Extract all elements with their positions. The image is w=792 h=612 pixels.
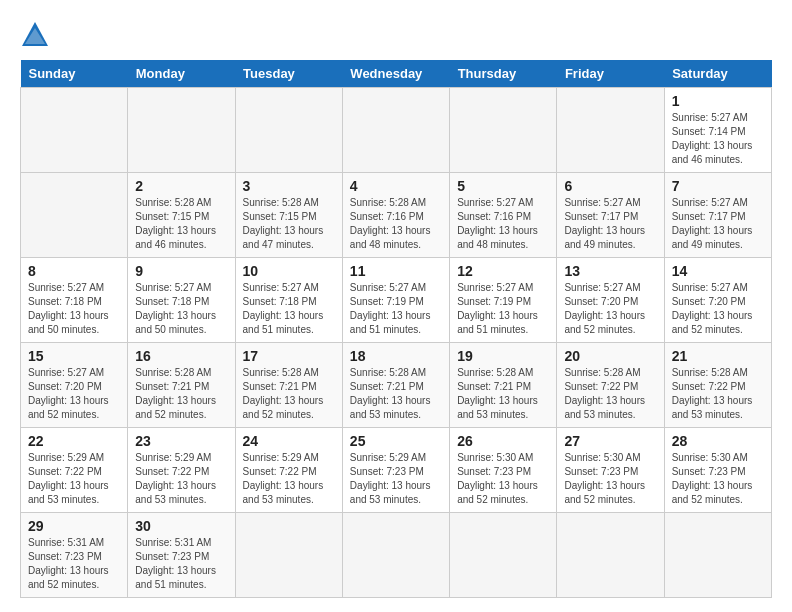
day-number: 27 — [564, 433, 656, 449]
calendar-row: 8 Sunrise: 5:27 AMSunset: 7:18 PMDayligh… — [21, 258, 772, 343]
day-info: Sunrise: 5:27 AMSunset: 7:16 PMDaylight:… — [457, 196, 549, 252]
day-number: 7 — [672, 178, 764, 194]
calendar-cell: 30 Sunrise: 5:31 AMSunset: 7:23 PMDaylig… — [128, 513, 235, 598]
logo — [20, 20, 56, 50]
day-info: Sunrise: 5:27 AMSunset: 7:17 PMDaylight:… — [672, 196, 764, 252]
day-number: 2 — [135, 178, 227, 194]
calendar-cell: 19 Sunrise: 5:28 AMSunset: 7:21 PMDaylig… — [450, 343, 557, 428]
day-number: 9 — [135, 263, 227, 279]
day-number: 6 — [564, 178, 656, 194]
day-info: Sunrise: 5:31 AMSunset: 7:23 PMDaylight:… — [135, 536, 227, 592]
calendar-cell — [664, 513, 771, 598]
day-info: Sunrise: 5:28 AMSunset: 7:15 PMDaylight:… — [135, 196, 227, 252]
calendar-cell: 4 Sunrise: 5:28 AMSunset: 7:16 PMDayligh… — [342, 173, 449, 258]
calendar-cell — [450, 88, 557, 173]
day-info: Sunrise: 5:28 AMSunset: 7:21 PMDaylight:… — [135, 366, 227, 422]
calendar-row: 15 Sunrise: 5:27 AMSunset: 7:20 PMDaylig… — [21, 343, 772, 428]
day-number: 10 — [243, 263, 335, 279]
calendar-row: 2 Sunrise: 5:28 AMSunset: 7:15 PMDayligh… — [21, 173, 772, 258]
day-number: 26 — [457, 433, 549, 449]
calendar-cell: 8 Sunrise: 5:27 AMSunset: 7:18 PMDayligh… — [21, 258, 128, 343]
calendar-cell: 27 Sunrise: 5:30 AMSunset: 7:23 PMDaylig… — [557, 428, 664, 513]
day-number: 24 — [243, 433, 335, 449]
day-number: 14 — [672, 263, 764, 279]
day-number: 19 — [457, 348, 549, 364]
day-info: Sunrise: 5:27 AMSunset: 7:18 PMDaylight:… — [243, 281, 335, 337]
day-number: 25 — [350, 433, 442, 449]
calendar-cell — [21, 173, 128, 258]
day-number: 13 — [564, 263, 656, 279]
calendar-cell: 17 Sunrise: 5:28 AMSunset: 7:21 PMDaylig… — [235, 343, 342, 428]
day-header-tuesday: Tuesday — [235, 60, 342, 88]
calendar-cell: 26 Sunrise: 5:30 AMSunset: 7:23 PMDaylig… — [450, 428, 557, 513]
calendar-cell: 18 Sunrise: 5:28 AMSunset: 7:21 PMDaylig… — [342, 343, 449, 428]
calendar-cell: 21 Sunrise: 5:28 AMSunset: 7:22 PMDaylig… — [664, 343, 771, 428]
calendar-cell: 14 Sunrise: 5:27 AMSunset: 7:20 PMDaylig… — [664, 258, 771, 343]
calendar-cell: 10 Sunrise: 5:27 AMSunset: 7:18 PMDaylig… — [235, 258, 342, 343]
calendar-cell: 28 Sunrise: 5:30 AMSunset: 7:23 PMDaylig… — [664, 428, 771, 513]
day-info: Sunrise: 5:29 AMSunset: 7:22 PMDaylight:… — [135, 451, 227, 507]
day-info: Sunrise: 5:28 AMSunset: 7:22 PMDaylight:… — [564, 366, 656, 422]
day-number: 22 — [28, 433, 120, 449]
day-info: Sunrise: 5:27 AMSunset: 7:17 PMDaylight:… — [564, 196, 656, 252]
day-info: Sunrise: 5:27 AMSunset: 7:18 PMDaylight:… — [28, 281, 120, 337]
calendar-cell — [21, 88, 128, 173]
day-header-friday: Friday — [557, 60, 664, 88]
day-number: 16 — [135, 348, 227, 364]
calendar-cell: 16 Sunrise: 5:28 AMSunset: 7:21 PMDaylig… — [128, 343, 235, 428]
calendar-cell — [235, 88, 342, 173]
day-info: Sunrise: 5:27 AMSunset: 7:20 PMDaylight:… — [564, 281, 656, 337]
day-header-saturday: Saturday — [664, 60, 771, 88]
day-info: Sunrise: 5:30 AMSunset: 7:23 PMDaylight:… — [564, 451, 656, 507]
day-info: Sunrise: 5:28 AMSunset: 7:21 PMDaylight:… — [243, 366, 335, 422]
day-number: 21 — [672, 348, 764, 364]
calendar-cell: 5 Sunrise: 5:27 AMSunset: 7:16 PMDayligh… — [450, 173, 557, 258]
calendar-cell — [557, 88, 664, 173]
calendar-cell: 25 Sunrise: 5:29 AMSunset: 7:23 PMDaylig… — [342, 428, 449, 513]
calendar-cell: 7 Sunrise: 5:27 AMSunset: 7:17 PMDayligh… — [664, 173, 771, 258]
day-info: Sunrise: 5:30 AMSunset: 7:23 PMDaylight:… — [457, 451, 549, 507]
page-header — [20, 20, 772, 50]
day-info: Sunrise: 5:28 AMSunset: 7:16 PMDaylight:… — [350, 196, 442, 252]
day-header-monday: Monday — [128, 60, 235, 88]
day-info: Sunrise: 5:27 AMSunset: 7:19 PMDaylight:… — [350, 281, 442, 337]
calendar-row: 29 Sunrise: 5:31 AMSunset: 7:23 PMDaylig… — [21, 513, 772, 598]
day-number: 23 — [135, 433, 227, 449]
day-info: Sunrise: 5:27 AMSunset: 7:19 PMDaylight:… — [457, 281, 549, 337]
calendar-cell — [235, 513, 342, 598]
calendar-cell: 9 Sunrise: 5:27 AMSunset: 7:18 PMDayligh… — [128, 258, 235, 343]
calendar-cell: 13 Sunrise: 5:27 AMSunset: 7:20 PMDaylig… — [557, 258, 664, 343]
calendar-cell: 6 Sunrise: 5:27 AMSunset: 7:17 PMDayligh… — [557, 173, 664, 258]
day-number: 11 — [350, 263, 442, 279]
day-info: Sunrise: 5:27 AMSunset: 7:18 PMDaylight:… — [135, 281, 227, 337]
day-number: 18 — [350, 348, 442, 364]
calendar-cell — [342, 88, 449, 173]
calendar-cell: 3 Sunrise: 5:28 AMSunset: 7:15 PMDayligh… — [235, 173, 342, 258]
day-header-sunday: Sunday — [21, 60, 128, 88]
day-number: 5 — [457, 178, 549, 194]
day-info: Sunrise: 5:28 AMSunset: 7:21 PMDaylight:… — [350, 366, 442, 422]
calendar-cell: 2 Sunrise: 5:28 AMSunset: 7:15 PMDayligh… — [128, 173, 235, 258]
day-header-wednesday: Wednesday — [342, 60, 449, 88]
day-info: Sunrise: 5:27 AMSunset: 7:14 PMDaylight:… — [672, 111, 764, 167]
day-number: 8 — [28, 263, 120, 279]
calendar-table: SundayMondayTuesdayWednesdayThursdayFrid… — [20, 60, 772, 598]
day-info: Sunrise: 5:28 AMSunset: 7:21 PMDaylight:… — [457, 366, 549, 422]
day-number: 12 — [457, 263, 549, 279]
calendar-cell: 11 Sunrise: 5:27 AMSunset: 7:19 PMDaylig… — [342, 258, 449, 343]
day-info: Sunrise: 5:29 AMSunset: 7:22 PMDaylight:… — [28, 451, 120, 507]
day-number: 17 — [243, 348, 335, 364]
calendar-cell — [342, 513, 449, 598]
day-info: Sunrise: 5:27 AMSunset: 7:20 PMDaylight:… — [672, 281, 764, 337]
day-number: 20 — [564, 348, 656, 364]
day-info: Sunrise: 5:30 AMSunset: 7:23 PMDaylight:… — [672, 451, 764, 507]
day-number: 29 — [28, 518, 120, 534]
calendar-cell: 23 Sunrise: 5:29 AMSunset: 7:22 PMDaylig… — [128, 428, 235, 513]
calendar-cell: 15 Sunrise: 5:27 AMSunset: 7:20 PMDaylig… — [21, 343, 128, 428]
calendar-cell: 29 Sunrise: 5:31 AMSunset: 7:23 PMDaylig… — [21, 513, 128, 598]
day-info: Sunrise: 5:28 AMSunset: 7:15 PMDaylight:… — [243, 196, 335, 252]
day-number: 15 — [28, 348, 120, 364]
day-number: 3 — [243, 178, 335, 194]
calendar-header-row: SundayMondayTuesdayWednesdayThursdayFrid… — [21, 60, 772, 88]
calendar-row: 1 Sunrise: 5:27 AMSunset: 7:14 PMDayligh… — [21, 88, 772, 173]
